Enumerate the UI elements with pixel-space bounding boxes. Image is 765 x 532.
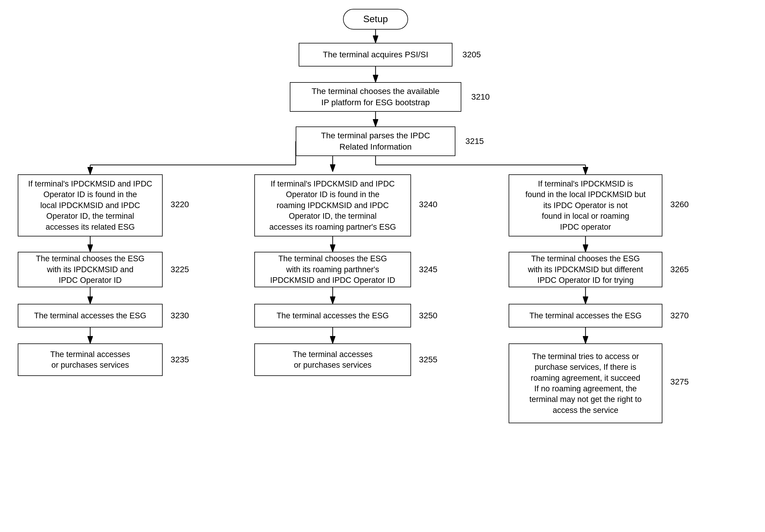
node-3270: The terminal accesses the ESG [509, 304, 662, 328]
node-3240: If terminal's IPDCKMSID and IPDC Operato… [254, 174, 411, 236]
node-3265: The terminal chooses the ESG with its IP… [509, 252, 662, 287]
ref-3240: 3240 [413, 199, 443, 210]
node-3275: The terminal tries to access or purchase… [509, 344, 662, 423]
ref-3265: 3265 [665, 264, 694, 275]
node-3245: The terminal chooses the ESG with its ro… [254, 252, 411, 287]
ref-3245: 3245 [413, 264, 443, 275]
ref-3220: 3220 [165, 199, 195, 210]
node-3260: If terminal's IPDCKMSID is found in the … [509, 174, 662, 236]
node-3250: The terminal accesses the ESG [254, 304, 411, 328]
node-3230: The terminal accesses the ESG [18, 304, 163, 328]
ref-3275: 3275 [665, 376, 694, 388]
node-3215: The terminal parses the IPDC Related Inf… [296, 127, 455, 156]
ref-3260: 3260 [665, 199, 694, 210]
node-3225: The terminal chooses the ESG with its IP… [18, 252, 163, 287]
ref-3230: 3230 [165, 310, 195, 322]
ref-3225: 3225 [165, 264, 195, 275]
ref-3205: 3205 [457, 48, 486, 61]
ref-3270: 3270 [665, 310, 694, 322]
node-3235: The terminal accesses or purchases servi… [18, 344, 163, 376]
node-3255: The terminal accesses or purchases servi… [254, 344, 411, 376]
ref-3215: 3215 [460, 135, 489, 147]
setup-node: Setup [343, 9, 408, 30]
ref-3210: 3210 [466, 91, 495, 103]
ref-3250: 3250 [413, 310, 443, 322]
flowchart-diagram: Setup The terminal acquires PSI/SI 3205 … [0, 0, 765, 532]
node-3205: The terminal acquires PSI/SI [299, 43, 452, 67]
ref-3255: 3255 [413, 354, 443, 366]
node-3210: The terminal chooses the available IP pl… [290, 82, 461, 112]
ref-3235: 3235 [165, 354, 195, 366]
node-3220: If terminal's IPDCKMSID and IPDC Operato… [18, 174, 163, 236]
